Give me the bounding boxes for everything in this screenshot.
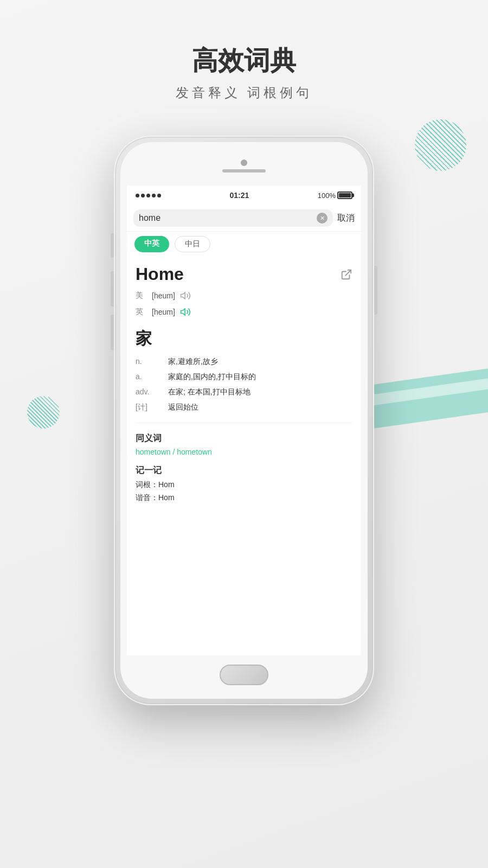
deco-circle-top (415, 119, 466, 171)
def-text-4: 返回始位 (168, 403, 352, 412)
def-text-2: 家庭的,国内的,打中目标的 (168, 372, 352, 382)
svg-marker-2 (181, 309, 185, 315)
search-bar: home ✕ 取消 (127, 205, 361, 232)
share-icon[interactable] (341, 269, 352, 280)
def-text-1: 家,避难所,故乡 (168, 357, 352, 367)
chinese-word: 家 (127, 320, 361, 352)
definition-section: n. 家,避难所,故乡 a. 家庭的,国内的,打中目标的 adv. 在家; 在本… (127, 352, 361, 417)
deco-circle-left (27, 396, 60, 429)
pronunciation-uk-row: 英 [heum] (127, 304, 361, 320)
search-input-wrap[interactable]: home ✕ (133, 209, 333, 227)
front-camera (241, 159, 247, 166)
earpiece-speaker (222, 169, 266, 173)
memo-root-row: 词根：Hom (127, 478, 361, 492)
battery-fill (339, 193, 351, 197)
memo-sound-row: 谐音：Hom (127, 492, 361, 505)
power-button (374, 266, 377, 315)
pron-us-text: [heum] (152, 291, 175, 300)
mute-button (111, 315, 114, 350)
svg-marker-1 (181, 292, 185, 299)
battery-indicator: 100% (318, 192, 352, 200)
tab-chinese-japanese[interactable]: 中日 (175, 236, 210, 252)
signal-dot-5 (157, 194, 161, 197)
def-row-4: [计] 返回始位 (127, 400, 361, 415)
def-pos-2: a. (136, 372, 168, 382)
volume-down-button (111, 271, 114, 307)
signal-dot-3 (146, 194, 150, 197)
home-button[interactable] (220, 665, 268, 685)
synonym-link[interactable]: hometown / hometown (127, 446, 361, 461)
signal-dot-1 (136, 194, 139, 197)
svg-line-0 (345, 270, 351, 275)
search-input-text: home (139, 213, 313, 223)
synonyms-section-title: 同义词 (127, 429, 361, 446)
battery-percent: 100% (318, 192, 336, 200)
status-bar: 01:21 100% (127, 186, 361, 205)
cancel-button[interactable]: 取消 (337, 213, 355, 224)
def-pos-1: n. (136, 357, 168, 367)
page-title: 高效词典 (0, 43, 488, 78)
def-row-2: a. 家庭的,国内的,打中目标的 (127, 369, 361, 385)
signal-dot-4 (152, 194, 156, 197)
pron-us-label: 美 (136, 291, 147, 301)
sound-us-button[interactable] (179, 290, 191, 302)
divider-1 (136, 423, 352, 423)
volume-up-button (111, 233, 114, 258)
pronunciation-us-row: 美 [heum] (127, 288, 361, 304)
def-text-3: 在家; 在本国,打中目标地 (168, 387, 352, 397)
tab-switcher: 中英 中日 (127, 232, 361, 257)
word-header: Home (127, 257, 361, 288)
page-subtitle: 发音释义 词根例句 (0, 84, 488, 101)
screen: 01:21 100% home ✕ 取消 中英 中日 (127, 186, 361, 655)
sound-uk-button[interactable] (179, 306, 191, 318)
signal-indicator (136, 194, 161, 197)
word-title: Home (136, 264, 184, 284)
pron-uk-text: [heum] (152, 308, 175, 316)
def-pos-4: [计] (136, 403, 168, 412)
memo-section-title: 记一记 (127, 461, 361, 478)
battery-icon (337, 192, 352, 199)
def-row-1: n. 家,避难所,故乡 (127, 354, 361, 369)
phone-device: 01:21 100% home ✕ 取消 中英 中日 (114, 136, 374, 705)
tab-chinese-english[interactable]: 中英 (134, 236, 169, 252)
dict-content: Home 美 [heum] (127, 257, 361, 655)
clear-search-button[interactable]: ✕ (317, 213, 328, 224)
signal-dot-2 (141, 194, 145, 197)
def-pos-3: adv. (136, 387, 168, 397)
pron-uk-label: 英 (136, 307, 147, 317)
phone-inner: 01:21 100% home ✕ 取消 中英 中日 (120, 142, 368, 699)
status-time: 01:21 (229, 191, 249, 200)
def-row-3: adv. 在家; 在本国,打中目标地 (127, 385, 361, 400)
